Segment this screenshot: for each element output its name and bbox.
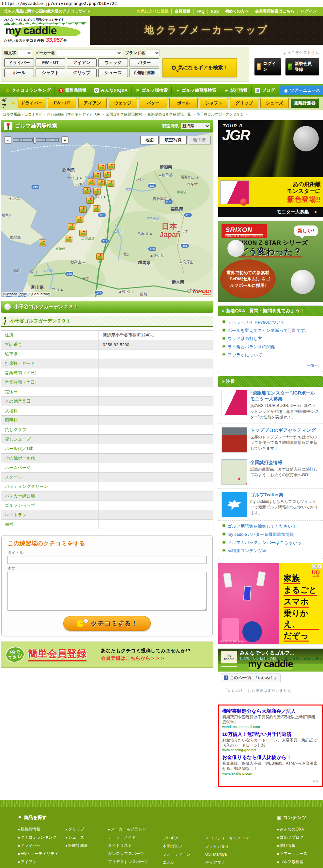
maker-select[interactable]	[57, 50, 122, 56]
registration-link[interactable]: 会員登録はこちらから＞＞＞	[101, 655, 208, 661]
gear-nav-button[interactable]: シャフト	[200, 98, 228, 108]
gear-nav-button[interactable]: ウェッジ	[109, 98, 137, 108]
range-marker-icon[interactable]	[83, 187, 90, 194]
footer-link[interactable]: BRIDGESTONE GOLF	[205, 867, 257, 868]
prefecture-select[interactable]: 新潟県	[181, 123, 210, 129]
nav-item[interactable]: 試打情報	[220, 87, 252, 94]
map-view-button[interactable]: 地下街	[188, 136, 211, 144]
range-marker-icon[interactable]	[98, 164, 105, 170]
sidebar-link[interactable]: ゴルフ用語集を編集してください！	[222, 523, 319, 529]
top-link[interactable]: FAQ	[193, 9, 207, 14]
range-marker-icon[interactable]	[87, 197, 94, 204]
jgr-cta[interactable]: モニター大募集 ＞	[218, 207, 323, 217]
pr-ad-title[interactable]: 機密書類処分なら大塚商会／法人	[222, 708, 319, 714]
top-link[interactable]: RSS	[207, 9, 222, 14]
range-marker-icon[interactable]	[96, 253, 103, 260]
register-button[interactable]: 新規会員登録	[286, 58, 319, 75]
range-marker-icon[interactable]	[39, 240, 46, 246]
pr-ad[interactable]: 機密書類処分なら大塚商会／法人 初期費用や固定費は不要契約件数2万社以上/利用満…	[222, 708, 319, 728]
featured-item[interactable]: “飛距離モンスター”JGRボールモニター大募集 あのBS TOUR B JGRボ…	[218, 387, 323, 424]
footer-link[interactable]: スコッティ・キャメロン	[205, 834, 257, 842]
footer-link[interactable]: フォーティーン	[163, 850, 199, 859]
pr-ad[interactable]: お金借りるなら借入比較から！ 審査最短、保証人不要、WEB完結。ATMからお金引…	[222, 754, 319, 775]
gear-nav-button[interactable]: FW・UT	[48, 98, 76, 108]
footer-link[interactable]: USTMamiya	[205, 850, 257, 859]
submit-review-button[interactable]: … クチコミする！	[63, 616, 151, 631]
featured-item[interactable]: ゴルフTwitter集 my caddieはもちろんプロもツイッターで最新ゴルフ…	[218, 489, 323, 521]
initial-select[interactable]	[18, 50, 32, 56]
footer-link[interactable]: キャロウェイゴルフ	[108, 866, 157, 868]
range-marker-icon[interactable]	[107, 180, 114, 187]
top-link[interactable]: 会員登録	[171, 8, 193, 14]
qa-link[interactable]: ウッド系の打ち方	[222, 336, 319, 342]
top-link[interactable]: 初めての方へ	[222, 8, 252, 14]
range-marker-icon[interactable]	[76, 216, 83, 222]
nav-item[interactable]: みんなのQ&A	[90, 87, 131, 94]
featured-item[interactable]: 全国試打会情報 話題の新製品、まずは購入前に試打してみよう。お近くの試打会へGO…	[218, 456, 323, 489]
top-link[interactable]: お気に入りに登録	[134, 8, 171, 14]
footer-link[interactable]: 本間ゴルフ	[163, 842, 199, 850]
range-marker-icon[interactable]	[93, 205, 100, 212]
footer-link[interactable]: アディダスゴルフ	[163, 867, 199, 868]
footer-link[interactable]: エポン	[163, 859, 199, 867]
footer-link[interactable]: タイトリスト	[108, 842, 157, 850]
category-button[interactable]: FW・UT	[36, 58, 65, 67]
featured-title[interactable]: ゴルフTwitter集	[250, 492, 319, 498]
qa-link[interactable]: ボールを変えてスピン量減って可能です...	[222, 328, 319, 334]
map-view-button[interactable]: 航空写真	[160, 136, 187, 144]
breadcrumb-link[interactable]: 小千谷ゴルフガーデン２９１	[196, 112, 248, 116]
featured-title[interactable]: トッププロのギアセッティング	[250, 427, 319, 433]
range-marker-icon[interactable]	[79, 206, 87, 213]
nav-item[interactable]: ブログ	[252, 87, 279, 94]
club-maker-map-banner[interactable]: 地クラブメーカーマップ	[90, 16, 323, 45]
featured-title[interactable]: “飛距離モンスター”JGRボールモニター大募集	[250, 390, 319, 402]
review-title-input[interactable]	[7, 556, 206, 564]
registration-banner[interactable]: 2分でできる! 簡単会員登録 あなたもクチコミ投稿してみませんか!? 会員登録は…	[1, 642, 214, 668]
range-marker-icon[interactable]	[93, 172, 100, 178]
nav-item[interactable]: ゴルフ練習場検索	[172, 87, 220, 94]
top-link[interactable]: ログイン	[297, 8, 320, 14]
gear-nav-button[interactable]: ドライバー	[18, 98, 46, 108]
range-marker-icon[interactable]	[79, 230, 87, 236]
qa-more-link[interactable]: 一覧へ	[218, 362, 323, 372]
gear-nav-button[interactable]: 距離計測器	[291, 98, 319, 108]
sidebar-link[interactable]: my caddieアバター＆機能追加情報	[222, 532, 319, 537]
footer-link[interactable]: 新製品情報	[18, 825, 60, 833]
pr-ad-url[interactable]: webdirect.tanomail.com	[222, 725, 319, 728]
footer-link[interactable]: ゴルフ練習場検索	[277, 866, 311, 868]
gear-nav-button[interactable]: パター	[139, 98, 167, 108]
footer-link[interactable]: フットジョイ	[205, 842, 257, 850]
footer-link[interactable]: 試打情報	[277, 842, 311, 850]
review-body-textarea[interactable]	[7, 572, 206, 611]
uq-mobile-ad[interactable]: ©FUJI TELEVISION UQmobile 家族まるごとスマホ乗りかえ、…	[218, 563, 323, 645]
nav-item[interactable]: 新製品情報	[55, 87, 90, 94]
range-marker-icon[interactable]	[68, 223, 75, 230]
ad-close-icon[interactable]: ✕	[317, 564, 322, 569]
category-button[interactable]: パター	[130, 58, 159, 67]
fb-like-button[interactable]: fこのページに「いいね！」	[221, 674, 281, 682]
fb-page-title[interactable]: みんなでつくるゴルフ...	[240, 650, 320, 656]
qa-link[interactable]: ライ角とバランスの関係	[222, 344, 319, 350]
range-marker-icon[interactable]	[98, 180, 105, 186]
pr-ad-url[interactable]: www.hikaku-p.com	[222, 771, 319, 775]
featured-title[interactable]: 全国試打会情報	[250, 460, 319, 465]
top-link[interactable]: 会員専用検索はこちら	[252, 8, 297, 14]
gear-nav-button[interactable]: シューズ	[260, 98, 289, 108]
gear-search-button[interactable]: 気になるギアを検索！	[162, 58, 237, 77]
footer-link[interactable]: クチコミランキング	[18, 833, 60, 842]
sidebar-link[interactable]: ≪特集コンテンツ≫	[222, 548, 319, 554]
range-marker-icon[interactable]	[107, 163, 115, 169]
breadcrumb-link[interactable]: ゴルフ用品・口コミサイト my caddie（マイキャディ）TOP	[3, 112, 106, 116]
nav-item[interactable]: ツアーニュース	[280, 86, 323, 95]
pr-ad-title[interactable]: 10万借入！無理ない月千円返済	[222, 731, 319, 738]
footer-link[interactable]: ブリヂストンスポーツ	[108, 858, 157, 866]
gear-nav-button[interactable]: ボール	[169, 98, 198, 108]
category-button[interactable]: シャフト	[36, 68, 65, 77]
range-marker-icon[interactable]	[88, 179, 95, 185]
gear-nav-button[interactable]: グリップ	[230, 98, 258, 108]
footer-link[interactable]: プロギア	[163, 834, 199, 842]
brand-select[interactable]	[147, 50, 160, 56]
srixon-ad[interactable]: SRIXONDEDICATED TO IMPROVING YOUR GAME 新…	[218, 221, 323, 302]
category-button[interactable]: グリップ	[67, 68, 97, 77]
category-button[interactable]: ウェッジ	[98, 58, 128, 67]
